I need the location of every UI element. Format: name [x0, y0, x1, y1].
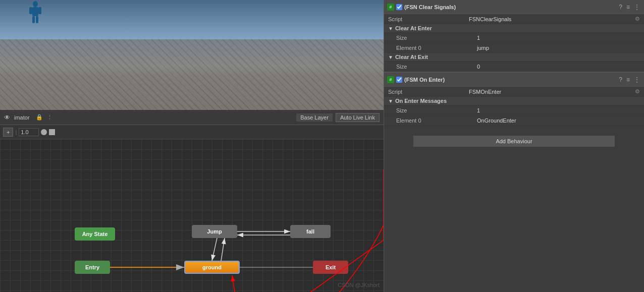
- svg-rect-2: [29, 7, 32, 14]
- any-state-label: Any State: [82, 231, 108, 237]
- component2-header: # (FSM On Enter) ? ≡ ⋮: [384, 73, 644, 87]
- speed-square: [49, 129, 55, 135]
- component2-title: (FSM On Enter): [404, 77, 616, 83]
- fall-label: fall: [306, 228, 314, 235]
- state-exit[interactable]: Exit: [313, 261, 348, 274]
- clear-at-enter-label: Clear At Enter: [395, 25, 432, 31]
- component2-more-button[interactable]: ⋮: [633, 76, 641, 83]
- add-node-button[interactable]: +: [3, 128, 13, 137]
- on-enter-messages-triangle: ▼: [388, 98, 393, 104]
- on-enter-size-label: Size: [396, 107, 477, 113]
- lock-icon: 🔒: [36, 114, 43, 121]
- on-enter-size-value: 1: [477, 107, 640, 113]
- on-enter-element0-label: Element 0: [396, 118, 477, 124]
- on-enter-messages-header[interactable]: ▼ On Enter Messages: [384, 97, 644, 105]
- clear-at-enter-element0-value: jump: [477, 45, 640, 51]
- on-enter-size-row: Size 1: [384, 105, 644, 115]
- more-icon: ⋮: [47, 114, 52, 121]
- component1-checkbox[interactable]: [396, 4, 402, 10]
- svg-rect-1: [32, 7, 38, 16]
- component2-help-button[interactable]: ?: [618, 76, 623, 83]
- exit-label: Exit: [326, 264, 336, 270]
- clear-at-exit-triangle: ▼: [388, 54, 393, 60]
- clear-at-enter-header[interactable]: ▼ Clear At Enter: [384, 24, 644, 33]
- component1-icon: #: [387, 4, 394, 11]
- component1-header: # (FSN Clear Signals) ? ≡ ⋮: [384, 0, 644, 14]
- toolbar-separator: |: [15, 129, 17, 135]
- script-label: Script: [388, 16, 469, 22]
- component2-buttons: ? ≡ ⋮: [618, 76, 641, 83]
- speed-input[interactable]: 1.0: [19, 128, 39, 136]
- animator-toolbar: + | 1.0: [0, 125, 384, 139]
- svg-line-11: [212, 238, 217, 261]
- component2-settings-button[interactable]: ≡: [625, 76, 631, 83]
- state-any-state[interactable]: Any State: [75, 227, 115, 241]
- animator-header: 👁 imator 🔒 ⋮ Base Layer Auto Live Link: [0, 110, 384, 125]
- clear-at-exit-header[interactable]: ▼ Clear At Exit: [384, 53, 644, 62]
- jump-label: Jump: [207, 228, 222, 235]
- on-enter-element0-value: OnGroundEnter: [477, 118, 640, 124]
- animator-header-left: 👁 imator 🔒 ⋮: [4, 114, 52, 121]
- speed-circle: [41, 129, 47, 135]
- animator-graph[interactable]: Any State Entry Jump fall ground Exit: [0, 139, 384, 292]
- component1-buttons: ? ≡ ⋮: [618, 4, 641, 11]
- clear-at-exit-size-label: Size: [396, 64, 477, 70]
- component2-script-row: Script FSMOnEnter ⚙: [384, 87, 644, 97]
- component1-help-button[interactable]: ?: [618, 4, 623, 11]
- inspector-panel: # (FSN Clear Signals) ? ≡ ⋮ Script FSNCl…: [384, 0, 644, 292]
- fsm-on-enter-component: # (FSM On Enter) ? ≡ ⋮ Script FSMOnEnter…: [384, 73, 644, 157]
- clear-at-enter-triangle: ▼: [388, 26, 393, 31]
- clear-at-exit-label: Clear At Exit: [395, 54, 428, 60]
- game-viewport: [0, 0, 384, 110]
- character-figure: [25, 0, 45, 30]
- clear-at-enter-element0-row: Element 0 jump: [384, 43, 644, 53]
- clear-at-enter-size-label: Size: [396, 35, 477, 41]
- animator-panel: 👁 imator 🔒 ⋮ Base Layer Auto Live Link +…: [0, 110, 384, 292]
- left-panel: 👁 imator 🔒 ⋮ Base Layer Auto Live Link +…: [0, 0, 384, 292]
- svg-point-0: [33, 1, 38, 7]
- animator-title: imator: [14, 114, 30, 121]
- component1-script-row: Script FSNClearSignals ⚙: [384, 14, 644, 24]
- component2-script-settings-icon[interactable]: ⚙: [635, 88, 640, 95]
- base-layer-button[interactable]: Base Layer: [296, 113, 333, 122]
- component2-checkbox[interactable]: [396, 77, 402, 83]
- component2-script-value: FSMOnEnter: [469, 89, 635, 95]
- component1-title: (FSN Clear Signals): [404, 4, 616, 10]
- state-entry[interactable]: Entry: [75, 261, 110, 274]
- svg-rect-3: [38, 7, 41, 14]
- component2-icon: #: [387, 76, 394, 83]
- state-fall[interactable]: fall: [290, 225, 331, 238]
- clear-at-exit-size-row: Size 0: [384, 62, 644, 72]
- svg-rect-5: [36, 16, 38, 23]
- script-settings-icon[interactable]: ⚙: [635, 16, 640, 22]
- svg-line-12: [221, 238, 225, 261]
- eye-icon[interactable]: 👁: [4, 114, 10, 121]
- svg-rect-4: [32, 16, 35, 23]
- entry-label: Entry: [85, 264, 99, 270]
- component1-more-button[interactable]: ⋮: [633, 4, 641, 11]
- fsn-clear-signals-component: # (FSN Clear Signals) ? ≡ ⋮ Script FSNCl…: [384, 0, 644, 72]
- on-enter-element0-row: Element 0 OnGroundEnter: [384, 115, 644, 126]
- clear-at-enter-size-row: Size 1: [384, 33, 644, 43]
- auto-live-link-button[interactable]: Auto Live Link: [336, 113, 380, 122]
- add-behaviour-container: Add Behaviour: [384, 126, 644, 157]
- component1-settings-button[interactable]: ≡: [625, 4, 631, 11]
- on-enter-messages-label: On Enter Messages: [395, 98, 447, 104]
- add-behaviour-button[interactable]: Add Behaviour: [413, 136, 615, 147]
- cobblestone-ground: [0, 39, 384, 110]
- state-jump[interactable]: Jump: [192, 225, 237, 238]
- clear-at-exit-size-value: 0: [477, 64, 640, 70]
- state-ground[interactable]: ground: [184, 261, 240, 274]
- watermark: CSDN @JKshort: [338, 282, 380, 288]
- clear-at-enter-element0-label: Element 0: [396, 45, 477, 51]
- ground-label: ground: [202, 264, 222, 270]
- clear-at-enter-size-value: 1: [477, 35, 640, 41]
- script-value: FSNClearSignals: [469, 16, 635, 22]
- component2-script-label: Script: [388, 89, 469, 95]
